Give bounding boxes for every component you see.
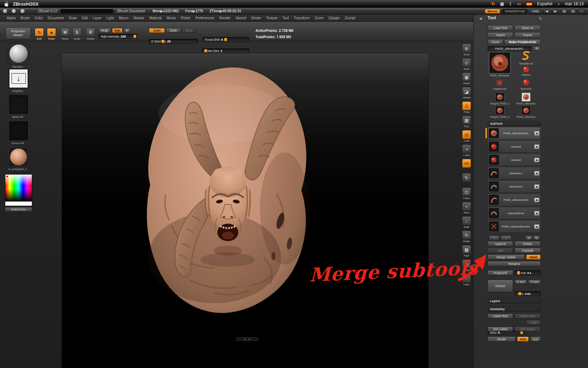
rename-button[interactable]: Rename	[488, 261, 541, 266]
menu-layer[interactable]: Layer	[90, 16, 104, 20]
prev-page-button[interactable]: ◀	[543, 9, 550, 14]
visibility-eye-icon[interactable]	[534, 131, 539, 136]
subtool-item[interactable]: PM3D_cabezaultimos#1	[488, 220, 541, 233]
next-page-button[interactable]: ▶	[552, 9, 559, 14]
shelf-orbit-button[interactable]: ↻	[462, 173, 471, 185]
color-picker[interactable]	[5, 174, 32, 201]
shelf-persp-button[interactable]: ◊ Persp	[462, 101, 471, 114]
copy-doc-icon[interactable]: ▤	[561, 9, 568, 14]
alpha-tile[interactable]	[9, 95, 28, 114]
menu-zoom[interactable]: Zoom	[312, 16, 326, 20]
merged-tool-thumbnail[interactable]	[495, 93, 504, 102]
menu-zplugin[interactable]: Zplugin	[326, 16, 342, 20]
subtool-item[interactable]: cabeza5	[488, 140, 541, 153]
subtool-item[interactable]: cabeza3	[488, 154, 541, 166]
dock-up-icon[interactable]: ↑	[578, 9, 585, 14]
rgb-intensity-thumb[interactable]	[133, 35, 136, 38]
zsub-button[interactable]: Zsub	[166, 28, 181, 33]
zadd-button[interactable]: Zadd	[149, 28, 165, 33]
menu-stroke[interactable]: Stroke	[248, 16, 264, 20]
z-intensity-slider[interactable]: Z Intensity25	[149, 39, 198, 44]
draw-size-thumb[interactable]	[204, 49, 207, 53]
tray-collapse-icon[interactable]: ◀	[479, 16, 482, 20]
make-polymesh3d-button[interactable]: Make PolyMesh3D	[504, 39, 541, 45]
shelf-xyz-button[interactable]: XYZ	[462, 159, 471, 171]
del-lower-button[interactable]: Del Lower	[488, 327, 513, 332]
rgb-button[interactable]: Rgb	[112, 28, 122, 33]
edit-button[interactable]: ✎ Edit	[34, 28, 44, 40]
subtool-redo-button[interactable]: ↻	[533, 236, 540, 240]
pa-dist-slider[interactable]: PA Dist0.1	[514, 270, 541, 275]
menu-document[interactable]: Document	[46, 16, 66, 20]
menu-edit[interactable]: Edit	[79, 16, 90, 20]
clone-button[interactable]: Clone	[488, 39, 503, 45]
grpsplit-button[interactable]: GrpSplit	[514, 248, 541, 253]
shelf-floor-button[interactable]: ▦ Floor	[462, 116, 471, 128]
active-app-name[interactable]: ZBrushOSX	[13, 1, 38, 7]
subtool-item[interactable]: ultimamac7	[488, 167, 541, 179]
menu-clock[interactable]: mar 16:13	[565, 1, 584, 6]
smt-button[interactable]: Smt	[517, 336, 529, 342]
extract-button[interactable]: Extract	[488, 280, 513, 292]
menu-texture[interactable]: Texture	[264, 16, 280, 20]
menu-stencil[interactable]: Stencil	[233, 16, 248, 20]
shelf-zoom-button[interactable]: ⊙ Zoom	[462, 58, 471, 70]
shelf-local-button[interactable]: ◎ Local	[462, 130, 471, 142]
layers-section-header[interactable]: Layers	[488, 299, 541, 304]
menu-light[interactable]: Light	[104, 16, 117, 20]
menus-button[interactable]: Menus	[485, 9, 500, 14]
menu-color[interactable]: Color	[32, 16, 46, 20]
shelf-scale-button[interactable]: ↕ Scale	[462, 216, 471, 229]
cage-button[interactable]: Cage	[526, 320, 541, 325]
visibility-eye-icon[interactable]	[534, 158, 539, 162]
zoom-window-button[interactable]: +	[20, 9, 25, 13]
paste-doc-icon[interactable]: ▥	[569, 9, 576, 14]
m-button[interactable]: M	[124, 28, 131, 33]
shelf-actual-button[interactable]: ▣ Actual	[462, 73, 471, 85]
higher-res-button[interactable]: Higher Res	[514, 314, 541, 319]
scroll-right-icon[interactable]: ▸	[249, 338, 250, 341]
draw-size-slider[interactable]: Draw Size1	[202, 48, 249, 53]
zsphere-tool[interactable]	[523, 66, 530, 74]
menu-render[interactable]: Render	[217, 16, 233, 20]
suv-button[interactable]: Suv	[530, 336, 541, 342]
sphere3d-tool[interactable]	[523, 79, 530, 87]
shelf-rotate-button[interactable]: ↻ Rotate	[462, 231, 471, 243]
subtool-item[interactable]: cabezaultimos	[488, 207, 541, 219]
weld-button[interactable]: Weld	[526, 254, 541, 260]
menu-movie[interactable]: Movie	[164, 16, 178, 20]
subtool-up-button[interactable]: ↑	[489, 236, 499, 240]
palette-reset-icon[interactable]: ↻	[539, 16, 542, 21]
document-canvas[interactable]: ◂ ▸	[62, 53, 428, 368]
subtool-item[interactable]: PM3D_ultimamac9#1	[488, 193, 541, 206]
rgb-intensity-slider[interactable]: Rgb Intensity100	[98, 34, 138, 39]
focal-shift-thumb[interactable]	[224, 38, 227, 41]
shelf-scroll-button[interactable]: ⊕ Scroll	[462, 44, 471, 56]
subtool-down-button[interactable]: ↓	[501, 236, 511, 240]
s-smt-button[interactable]: S Smt	[528, 280, 541, 284]
e-smt-button[interactable]: E Smt	[514, 280, 527, 284]
displays-icon[interactable]: ▭	[517, 1, 521, 6]
shelf-aahalf-button[interactable]: ◪ AAHalf	[462, 87, 471, 99]
menu-picker[interactable]: Picker	[178, 16, 193, 20]
move-button[interactable]: M Move	[60, 28, 70, 40]
current-color-swatch[interactable]	[5, 201, 32, 206]
merge-visible-button[interactable]: Merge Visible	[488, 254, 525, 260]
lower-res-button[interactable]: Lower Res	[488, 314, 513, 319]
default-zscript-button[interactable]: DefaultZScript	[502, 9, 527, 14]
subtool-undo-button[interactable]: ↺	[525, 236, 532, 240]
geometry-section-header[interactable]: Geometry	[488, 307, 541, 312]
scroll-left-icon[interactable]: ◂	[244, 338, 245, 341]
projectall-button[interactable]: ProjectAll	[488, 270, 513, 275]
bluetooth-icon[interactable]: ᛒ	[509, 1, 512, 6]
delete-button[interactable]: Delete	[514, 241, 541, 246]
current-brush-tile[interactable]	[8, 43, 29, 64]
simplebrush-tool[interactable]	[520, 50, 532, 63]
spain-flag-icon[interactable]	[526, 2, 532, 6]
thick-slider[interactable]: Thick0.02	[514, 291, 541, 296]
subtool-item[interactable]: ultimamac9	[488, 180, 541, 193]
shelf-frame-button[interactable]: ⊡ Frame	[462, 188, 471, 200]
menu-brush[interactable]: Brush	[18, 16, 32, 20]
quick-pick-r-button[interactable]: R	[533, 46, 541, 51]
menu-transform[interactable]: Transform	[291, 16, 312, 20]
